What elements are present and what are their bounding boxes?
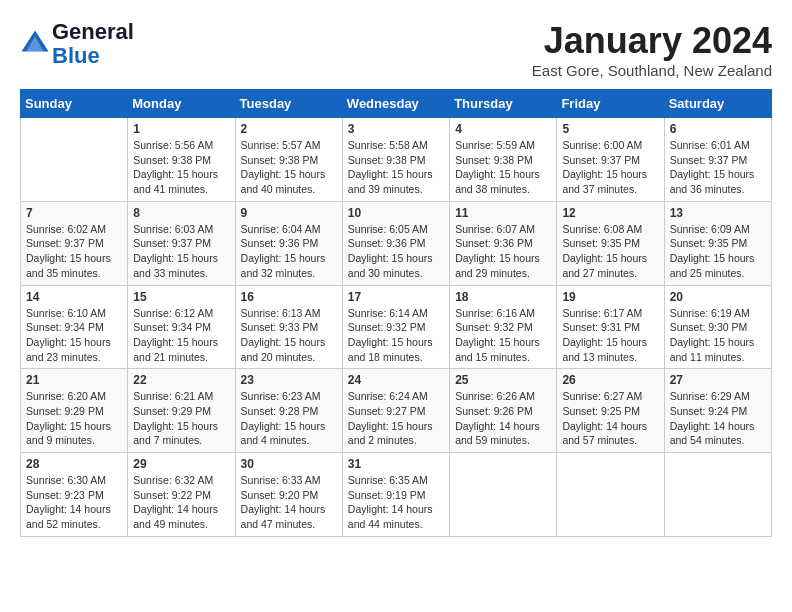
header-friday: Friday — [557, 90, 664, 118]
calendar-header-row: SundayMondayTuesdayWednesdayThursdayFrid… — [21, 90, 772, 118]
logo-icon — [20, 29, 50, 59]
calendar-cell: 28Sunrise: 6:30 AM Sunset: 9:23 PM Dayli… — [21, 453, 128, 537]
day-info: Sunrise: 6:26 AM Sunset: 9:26 PM Dayligh… — [455, 389, 551, 448]
day-info: Sunrise: 6:19 AM Sunset: 9:30 PM Dayligh… — [670, 306, 766, 365]
day-info: Sunrise: 6:08 AM Sunset: 9:35 PM Dayligh… — [562, 222, 658, 281]
header-tuesday: Tuesday — [235, 90, 342, 118]
day-info: Sunrise: 6:01 AM Sunset: 9:37 PM Dayligh… — [670, 138, 766, 197]
calendar-cell: 6Sunrise: 6:01 AM Sunset: 9:37 PM Daylig… — [664, 118, 771, 202]
title-block: January 2024 East Gore, Southland, New Z… — [532, 20, 772, 79]
calendar-cell — [21, 118, 128, 202]
day-info: Sunrise: 6:14 AM Sunset: 9:32 PM Dayligh… — [348, 306, 444, 365]
day-number: 3 — [348, 122, 444, 136]
calendar-cell: 24Sunrise: 6:24 AM Sunset: 9:27 PM Dayli… — [342, 369, 449, 453]
day-number: 2 — [241, 122, 337, 136]
calendar-week-3: 14Sunrise: 6:10 AM Sunset: 9:34 PM Dayli… — [21, 285, 772, 369]
day-info: Sunrise: 6:32 AM Sunset: 9:22 PM Dayligh… — [133, 473, 229, 532]
header-thursday: Thursday — [450, 90, 557, 118]
calendar-cell: 11Sunrise: 6:07 AM Sunset: 9:36 PM Dayli… — [450, 201, 557, 285]
day-number: 26 — [562, 373, 658, 387]
day-info: Sunrise: 6:23 AM Sunset: 9:28 PM Dayligh… — [241, 389, 337, 448]
day-number: 5 — [562, 122, 658, 136]
day-number: 29 — [133, 457, 229, 471]
calendar-cell: 26Sunrise: 6:27 AM Sunset: 9:25 PM Dayli… — [557, 369, 664, 453]
calendar-cell: 18Sunrise: 6:16 AM Sunset: 9:32 PM Dayli… — [450, 285, 557, 369]
calendar-cell: 17Sunrise: 6:14 AM Sunset: 9:32 PM Dayli… — [342, 285, 449, 369]
day-number: 28 — [26, 457, 122, 471]
day-number: 16 — [241, 290, 337, 304]
day-info: Sunrise: 6:16 AM Sunset: 9:32 PM Dayligh… — [455, 306, 551, 365]
day-number: 1 — [133, 122, 229, 136]
calendar-cell: 25Sunrise: 6:26 AM Sunset: 9:26 PM Dayli… — [450, 369, 557, 453]
day-number: 13 — [670, 206, 766, 220]
day-number: 12 — [562, 206, 658, 220]
day-info: Sunrise: 6:13 AM Sunset: 9:33 PM Dayligh… — [241, 306, 337, 365]
day-info: Sunrise: 6:17 AM Sunset: 9:31 PM Dayligh… — [562, 306, 658, 365]
calendar-cell: 2Sunrise: 5:57 AM Sunset: 9:38 PM Daylig… — [235, 118, 342, 202]
calendar-cell: 21Sunrise: 6:20 AM Sunset: 9:29 PM Dayli… — [21, 369, 128, 453]
day-number: 7 — [26, 206, 122, 220]
calendar-week-1: 1Sunrise: 5:56 AM Sunset: 9:38 PM Daylig… — [21, 118, 772, 202]
calendar-cell: 14Sunrise: 6:10 AM Sunset: 9:34 PM Dayli… — [21, 285, 128, 369]
calendar-cell: 29Sunrise: 6:32 AM Sunset: 9:22 PM Dayli… — [128, 453, 235, 537]
day-number: 20 — [670, 290, 766, 304]
day-number: 25 — [455, 373, 551, 387]
calendar-cell: 12Sunrise: 6:08 AM Sunset: 9:35 PM Dayli… — [557, 201, 664, 285]
day-info: Sunrise: 6:35 AM Sunset: 9:19 PM Dayligh… — [348, 473, 444, 532]
day-info: Sunrise: 6:27 AM Sunset: 9:25 PM Dayligh… — [562, 389, 658, 448]
day-info: Sunrise: 6:10 AM Sunset: 9:34 PM Dayligh… — [26, 306, 122, 365]
day-info: Sunrise: 6:24 AM Sunset: 9:27 PM Dayligh… — [348, 389, 444, 448]
day-info: Sunrise: 6:02 AM Sunset: 9:37 PM Dayligh… — [26, 222, 122, 281]
header-saturday: Saturday — [664, 90, 771, 118]
day-info: Sunrise: 5:57 AM Sunset: 9:38 PM Dayligh… — [241, 138, 337, 197]
day-info: Sunrise: 6:12 AM Sunset: 9:34 PM Dayligh… — [133, 306, 229, 365]
calendar-cell — [664, 453, 771, 537]
day-number: 30 — [241, 457, 337, 471]
day-info: Sunrise: 6:04 AM Sunset: 9:36 PM Dayligh… — [241, 222, 337, 281]
calendar-cell: 3Sunrise: 5:58 AM Sunset: 9:38 PM Daylig… — [342, 118, 449, 202]
day-number: 31 — [348, 457, 444, 471]
logo-text: General Blue — [52, 20, 134, 68]
calendar-cell: 8Sunrise: 6:03 AM Sunset: 9:37 PM Daylig… — [128, 201, 235, 285]
day-number: 14 — [26, 290, 122, 304]
calendar-week-4: 21Sunrise: 6:20 AM Sunset: 9:29 PM Dayli… — [21, 369, 772, 453]
calendar-cell: 10Sunrise: 6:05 AM Sunset: 9:36 PM Dayli… — [342, 201, 449, 285]
calendar-week-2: 7Sunrise: 6:02 AM Sunset: 9:37 PM Daylig… — [21, 201, 772, 285]
calendar-cell: 22Sunrise: 6:21 AM Sunset: 9:29 PM Dayli… — [128, 369, 235, 453]
calendar-cell: 30Sunrise: 6:33 AM Sunset: 9:20 PM Dayli… — [235, 453, 342, 537]
location: East Gore, Southland, New Zealand — [532, 62, 772, 79]
day-number: 24 — [348, 373, 444, 387]
day-info: Sunrise: 6:33 AM Sunset: 9:20 PM Dayligh… — [241, 473, 337, 532]
day-info: Sunrise: 5:58 AM Sunset: 9:38 PM Dayligh… — [348, 138, 444, 197]
month-title: January 2024 — [532, 20, 772, 62]
day-number: 19 — [562, 290, 658, 304]
calendar-table: SundayMondayTuesdayWednesdayThursdayFrid… — [20, 89, 772, 537]
day-info: Sunrise: 6:29 AM Sunset: 9:24 PM Dayligh… — [670, 389, 766, 448]
day-number: 10 — [348, 206, 444, 220]
page-header: General Blue January 2024 East Gore, Sou… — [20, 20, 772, 79]
logo: General Blue — [20, 20, 134, 68]
day-number: 4 — [455, 122, 551, 136]
day-number: 18 — [455, 290, 551, 304]
calendar-cell: 13Sunrise: 6:09 AM Sunset: 9:35 PM Dayli… — [664, 201, 771, 285]
header-monday: Monday — [128, 90, 235, 118]
day-info: Sunrise: 6:09 AM Sunset: 9:35 PM Dayligh… — [670, 222, 766, 281]
calendar-cell: 19Sunrise: 6:17 AM Sunset: 9:31 PM Dayli… — [557, 285, 664, 369]
day-number: 11 — [455, 206, 551, 220]
calendar-cell: 4Sunrise: 5:59 AM Sunset: 9:38 PM Daylig… — [450, 118, 557, 202]
day-info: Sunrise: 6:07 AM Sunset: 9:36 PM Dayligh… — [455, 222, 551, 281]
day-number: 9 — [241, 206, 337, 220]
calendar-cell: 16Sunrise: 6:13 AM Sunset: 9:33 PM Dayli… — [235, 285, 342, 369]
header-wednesday: Wednesday — [342, 90, 449, 118]
day-info: Sunrise: 6:03 AM Sunset: 9:37 PM Dayligh… — [133, 222, 229, 281]
day-number: 22 — [133, 373, 229, 387]
calendar-cell: 31Sunrise: 6:35 AM Sunset: 9:19 PM Dayli… — [342, 453, 449, 537]
calendar-cell — [450, 453, 557, 537]
day-info: Sunrise: 5:56 AM Sunset: 9:38 PM Dayligh… — [133, 138, 229, 197]
calendar-cell: 27Sunrise: 6:29 AM Sunset: 9:24 PM Dayli… — [664, 369, 771, 453]
day-info: Sunrise: 6:20 AM Sunset: 9:29 PM Dayligh… — [26, 389, 122, 448]
day-number: 23 — [241, 373, 337, 387]
day-number: 17 — [348, 290, 444, 304]
calendar-cell: 15Sunrise: 6:12 AM Sunset: 9:34 PM Dayli… — [128, 285, 235, 369]
calendar-cell: 1Sunrise: 5:56 AM Sunset: 9:38 PM Daylig… — [128, 118, 235, 202]
